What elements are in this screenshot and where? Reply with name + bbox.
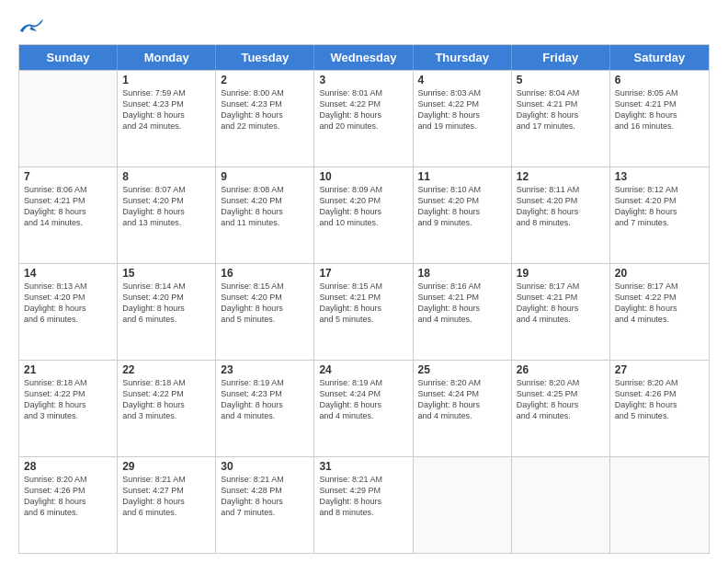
day-number: 23: [221, 363, 309, 376]
cal-cell: 8Sunrise: 8:07 AMSunset: 4:20 PMDaylight…: [118, 167, 216, 263]
day-number: 5: [517, 74, 605, 86]
cal-cell: 22Sunrise: 8:18 AMSunset: 4:22 PMDayligh…: [118, 361, 216, 456]
cal-cell: 19Sunrise: 8:17 AMSunset: 4:21 PMDayligh…: [512, 264, 610, 360]
cal-row-1: 1Sunrise: 7:59 AMSunset: 4:23 PMDaylight…: [19, 70, 709, 167]
day-number: 12: [517, 170, 605, 183]
day-info: Sunrise: 8:20 AMSunset: 4:26 PMDaylight:…: [24, 474, 112, 519]
cal-cell: 24Sunrise: 8:19 AMSunset: 4:24 PMDayligh…: [314, 361, 413, 456]
cal-cell: [610, 457, 709, 553]
day-info: Sunrise: 8:21 AMSunset: 4:28 PMDaylight:…: [221, 474, 309, 519]
day-number: 30: [221, 460, 309, 473]
day-info: Sunrise: 8:05 AMSunset: 4:21 PMDaylight:…: [615, 87, 704, 132]
day-number: 2: [221, 74, 309, 86]
day-info: Sunrise: 8:19 AMSunset: 4:23 PMDaylight:…: [221, 377, 309, 422]
day-info: Sunrise: 8:17 AMSunset: 4:22 PMDaylight:…: [615, 281, 704, 326]
day-info: Sunrise: 8:21 AMSunset: 4:29 PMDaylight:…: [319, 474, 407, 519]
day-number: 16: [221, 267, 309, 280]
cal-cell: 18Sunrise: 8:16 AMSunset: 4:21 PMDayligh…: [414, 264, 512, 360]
logo-bird-icon: [18, 17, 44, 35]
cal-cell: 3Sunrise: 8:01 AMSunset: 4:22 PMDaylight…: [314, 71, 413, 167]
cal-cell: 25Sunrise: 8:20 AMSunset: 4:24 PMDayligh…: [414, 361, 512, 456]
day-info: Sunrise: 7:59 AMSunset: 4:23 PMDaylight:…: [122, 87, 210, 132]
day-info: Sunrise: 8:15 AMSunset: 4:21 PMDaylight:…: [319, 281, 407, 326]
day-number: 19: [517, 267, 605, 280]
day-info: Sunrise: 8:21 AMSunset: 4:27 PMDaylight:…: [122, 474, 210, 519]
cal-header-thursday: Thursday: [414, 45, 512, 70]
day-info: Sunrise: 8:14 AMSunset: 4:20 PMDaylight:…: [122, 281, 210, 326]
day-number: 21: [24, 363, 112, 376]
day-number: 18: [418, 267, 506, 280]
day-number: 31: [319, 460, 407, 473]
cal-row-4: 21Sunrise: 8:18 AMSunset: 4:22 PMDayligh…: [19, 360, 709, 456]
cal-cell: 31Sunrise: 8:21 AMSunset: 4:29 PMDayligh…: [314, 457, 413, 553]
day-number: 22: [122, 363, 210, 376]
day-number: 26: [517, 363, 605, 376]
cal-header-tuesday: Tuesday: [216, 45, 314, 70]
cal-cell: 5Sunrise: 8:04 AMSunset: 4:21 PMDaylight…: [512, 71, 610, 167]
day-info: Sunrise: 8:08 AMSunset: 4:20 PMDaylight:…: [221, 184, 309, 229]
day-info: Sunrise: 8:20 AMSunset: 4:25 PMDaylight:…: [517, 377, 605, 422]
cal-cell: 17Sunrise: 8:15 AMSunset: 4:21 PMDayligh…: [314, 264, 413, 360]
day-info: Sunrise: 8:10 AMSunset: 4:20 PMDaylight:…: [418, 184, 506, 229]
cal-cell: 10Sunrise: 8:09 AMSunset: 4:20 PMDayligh…: [314, 167, 413, 263]
day-info: Sunrise: 8:06 AMSunset: 4:21 PMDaylight:…: [24, 184, 112, 229]
header: [18, 17, 710, 35]
cal-cell: 29Sunrise: 8:21 AMSunset: 4:27 PMDayligh…: [118, 457, 216, 553]
day-info: Sunrise: 8:20 AMSunset: 4:24 PMDaylight:…: [418, 377, 506, 422]
day-number: 7: [24, 170, 112, 183]
day-info: Sunrise: 8:00 AMSunset: 4:23 PMDaylight:…: [221, 87, 309, 132]
day-number: 10: [319, 170, 407, 183]
day-info: Sunrise: 8:16 AMSunset: 4:21 PMDaylight:…: [418, 281, 506, 326]
cal-cell: 16Sunrise: 8:15 AMSunset: 4:20 PMDayligh…: [216, 264, 314, 360]
day-number: 24: [319, 363, 407, 376]
calendar: SundayMondayTuesdayWednesdayThursdayFrid…: [18, 44, 710, 554]
day-number: 27: [615, 363, 704, 376]
day-info: Sunrise: 8:18 AMSunset: 4:22 PMDaylight:…: [122, 377, 210, 422]
cal-cell: 23Sunrise: 8:19 AMSunset: 4:23 PMDayligh…: [216, 361, 314, 456]
calendar-header-row: SundayMondayTuesdayWednesdayThursdayFrid…: [19, 45, 709, 70]
day-number: 17: [319, 267, 407, 280]
day-number: 28: [24, 460, 112, 473]
cal-cell: 6Sunrise: 8:05 AMSunset: 4:21 PMDaylight…: [610, 71, 709, 167]
day-info: Sunrise: 8:07 AMSunset: 4:20 PMDaylight:…: [122, 184, 210, 229]
cal-cell: 12Sunrise: 8:11 AMSunset: 4:20 PMDayligh…: [512, 167, 610, 263]
day-info: Sunrise: 8:19 AMSunset: 4:24 PMDaylight:…: [319, 377, 407, 422]
cal-header-friday: Friday: [512, 45, 610, 70]
cal-row-2: 7Sunrise: 8:06 AMSunset: 4:21 PMDaylight…: [19, 167, 709, 263]
cal-cell: 21Sunrise: 8:18 AMSunset: 4:22 PMDayligh…: [19, 361, 118, 456]
cal-cell: 2Sunrise: 8:00 AMSunset: 4:23 PMDaylight…: [216, 71, 314, 167]
cal-header-saturday: Saturday: [610, 45, 709, 70]
cal-row-5: 28Sunrise: 8:20 AMSunset: 4:26 PMDayligh…: [19, 456, 709, 553]
day-number: 14: [24, 267, 112, 280]
day-info: Sunrise: 8:18 AMSunset: 4:22 PMDaylight:…: [24, 377, 112, 422]
day-number: 29: [122, 460, 210, 473]
day-number: 1: [122, 74, 210, 86]
cal-header-monday: Monday: [118, 45, 216, 70]
day-number: 20: [615, 267, 704, 280]
cal-cell: 4Sunrise: 8:03 AMSunset: 4:22 PMDaylight…: [414, 71, 512, 167]
day-number: 3: [319, 74, 407, 86]
day-info: Sunrise: 8:01 AMSunset: 4:22 PMDaylight:…: [319, 87, 407, 132]
cal-cell: [414, 457, 512, 553]
cal-cell: 9Sunrise: 8:08 AMSunset: 4:20 PMDaylight…: [216, 167, 314, 263]
day-number: 11: [418, 170, 506, 183]
page: SundayMondayTuesdayWednesdayThursdayFrid…: [0, 0, 728, 563]
cal-row-3: 14Sunrise: 8:13 AMSunset: 4:20 PMDayligh…: [19, 263, 709, 360]
day-number: 9: [221, 170, 309, 183]
cal-cell: 15Sunrise: 8:14 AMSunset: 4:20 PMDayligh…: [118, 264, 216, 360]
day-number: 6: [615, 74, 704, 86]
day-info: Sunrise: 8:03 AMSunset: 4:22 PMDaylight:…: [418, 87, 506, 132]
day-number: 8: [122, 170, 210, 183]
cal-cell: 30Sunrise: 8:21 AMSunset: 4:28 PMDayligh…: [216, 457, 314, 553]
cal-cell: 1Sunrise: 7:59 AMSunset: 4:23 PMDaylight…: [118, 71, 216, 167]
cal-cell: 14Sunrise: 8:13 AMSunset: 4:20 PMDayligh…: [19, 264, 118, 360]
day-info: Sunrise: 8:04 AMSunset: 4:21 PMDaylight:…: [517, 87, 605, 132]
day-info: Sunrise: 8:20 AMSunset: 4:26 PMDaylight:…: [615, 377, 704, 422]
cal-cell: 20Sunrise: 8:17 AMSunset: 4:22 PMDayligh…: [610, 264, 709, 360]
logo: [18, 17, 48, 35]
day-info: Sunrise: 8:17 AMSunset: 4:21 PMDaylight:…: [517, 281, 605, 326]
day-number: 4: [418, 74, 506, 86]
day-info: Sunrise: 8:15 AMSunset: 4:20 PMDaylight:…: [221, 281, 309, 326]
cal-cell: 27Sunrise: 8:20 AMSunset: 4:26 PMDayligh…: [610, 361, 709, 456]
day-info: Sunrise: 8:09 AMSunset: 4:20 PMDaylight:…: [319, 184, 407, 229]
